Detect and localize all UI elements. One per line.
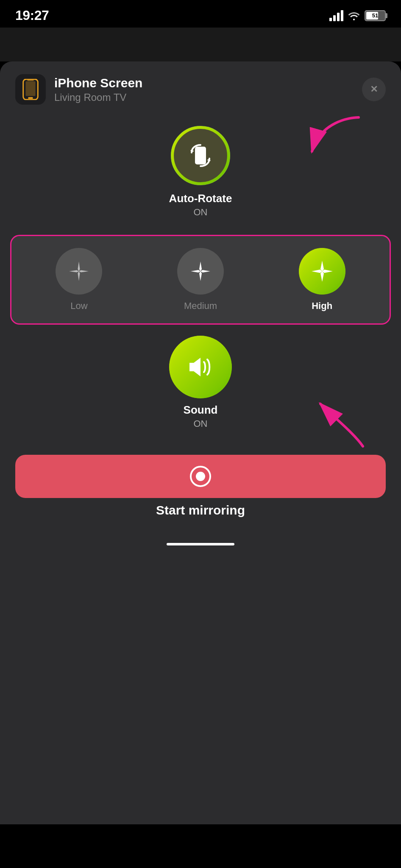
background-dim xyxy=(0,28,401,61)
start-mirroring-button[interactable] xyxy=(15,455,386,498)
sparkle-medium-icon xyxy=(189,260,212,283)
quality-medium-label: Medium xyxy=(184,300,217,312)
home-indicator xyxy=(167,543,234,545)
svg-rect-2 xyxy=(28,97,33,99)
svg-point-5 xyxy=(173,128,228,184)
auto-rotate-center: Auto-Rotate ON xyxy=(161,113,241,226)
close-icon: ✕ xyxy=(370,84,378,95)
auto-rotate-label: Auto-Rotate ON xyxy=(169,192,232,218)
status-icons: 51 xyxy=(329,10,386,21)
record-dot xyxy=(196,472,205,481)
quality-high-circle xyxy=(299,248,345,295)
svg-rect-1 xyxy=(25,81,35,96)
wifi-icon xyxy=(348,11,360,20)
start-mirroring-section: Start mirroring xyxy=(0,455,401,517)
header-title: iPhone Screen xyxy=(54,75,362,91)
quality-medium-item[interactable]: Medium xyxy=(140,248,262,312)
sparkle-low-icon xyxy=(67,260,90,283)
card-header: iPhone Screen Living Room TV ✕ xyxy=(0,61,401,113)
close-button[interactable]: ✕ xyxy=(362,78,386,101)
red-arrow-top-icon xyxy=(295,113,363,160)
status-bar: 19:27 51 xyxy=(0,0,401,28)
quality-low-label: Low xyxy=(70,300,87,312)
header-subtitle: Living Room TV xyxy=(54,92,362,103)
svg-rect-3 xyxy=(27,80,33,81)
battery-icon: 51 xyxy=(365,10,386,21)
auto-rotate-button[interactable] xyxy=(171,126,230,185)
quality-low-item[interactable]: Low xyxy=(18,248,140,312)
record-icon xyxy=(190,466,211,487)
signal-bars-icon xyxy=(329,10,343,21)
sparkle-high-icon xyxy=(311,260,334,283)
red-arrow-bottom-icon xyxy=(299,395,367,451)
quality-high-label: High xyxy=(312,300,332,312)
quality-high-item[interactable]: High xyxy=(261,248,383,312)
iphone-icon xyxy=(22,79,39,100)
status-time: 19:27 xyxy=(15,8,49,23)
main-card: iPhone Screen Living Room TV ✕ xyxy=(0,61,401,824)
sound-label: Sound ON xyxy=(184,403,218,429)
sound-button[interactable] xyxy=(171,337,230,397)
quality-low-circle xyxy=(56,248,102,295)
quality-selector: Low Medium xyxy=(10,235,391,325)
start-mirroring-label: Start mirroring xyxy=(0,503,401,517)
iphone-icon-container xyxy=(15,74,46,105)
quality-medium-circle xyxy=(177,248,224,295)
auto-rotate-section: Auto-Rotate ON xyxy=(0,113,401,226)
sound-section: Sound ON xyxy=(0,333,401,442)
sound-icon xyxy=(186,354,215,380)
header-text: iPhone Screen Living Room TV xyxy=(54,75,362,103)
